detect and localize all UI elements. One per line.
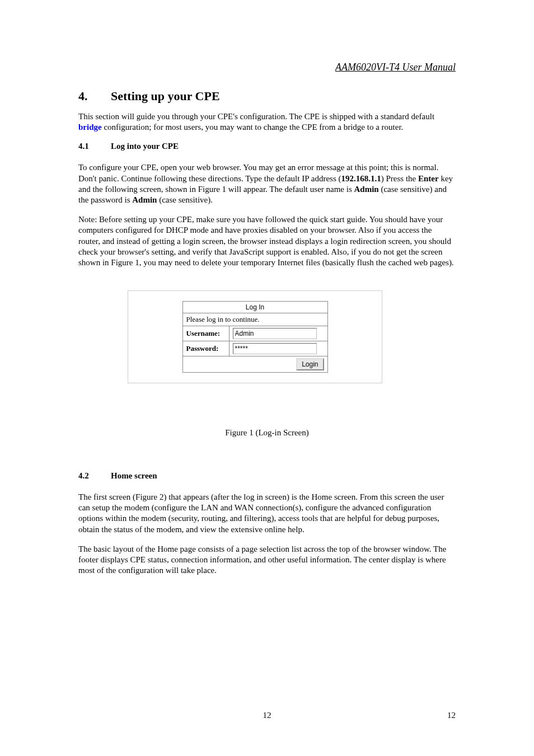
- username-input[interactable]: [233, 328, 317, 339]
- subsection-42-heading: 4.2Home screen: [78, 471, 456, 481]
- username-label: Username:: [182, 326, 229, 341]
- p1-admin2: Admin: [132, 195, 157, 204]
- password-label: Password:: [182, 341, 229, 356]
- page-number-right: 12: [447, 711, 456, 720]
- section-intro: This section will guide you through your…: [78, 111, 456, 133]
- p1-text-b: ) Press the: [381, 174, 418, 183]
- intro-text-2: configuration; for most users, you may w…: [102, 123, 404, 132]
- figure-1-container: Log In Please log in to continue. Userna…: [128, 290, 382, 383]
- p1-enter: Enter: [418, 174, 439, 183]
- sub41-paragraph-2: Note: Before setting up your CPE, make s…: [78, 214, 456, 268]
- figure-1-caption: Figure 1 (Log-in Screen): [78, 428, 456, 438]
- password-input[interactable]: [233, 343, 317, 354]
- p1-text-e: (case sensitive).: [157, 195, 213, 204]
- username-cell: [229, 326, 327, 341]
- p1-admin1: Admin: [354, 185, 379, 194]
- sub42-paragraph-1: The first screen (Figure 2) that appears…: [78, 492, 456, 535]
- login-button[interactable]: Login: [296, 358, 324, 370]
- login-box: Log In Please log in to continue. Userna…: [182, 301, 328, 373]
- sub41-paragraph-1: To configure your CPE, open your web bro…: [78, 162, 456, 205]
- subsection-42-title: Home screen: [111, 471, 157, 480]
- section-heading: 4.Setting up your CPE: [78, 89, 456, 104]
- password-cell: [229, 341, 327, 356]
- section-title: Setting up your CPE: [111, 89, 220, 103]
- subsection-41-title: Log into your CPE: [111, 142, 179, 151]
- sub42-paragraph-2: The basic layout of the Home page consis…: [78, 544, 456, 576]
- p1-ip: 192.168.1.1: [341, 174, 381, 183]
- login-box-title: Log In: [182, 302, 327, 313]
- doc-header-title: AAM6020VI-T4 User Manual: [78, 62, 456, 73]
- login-message: Please log in to continue.: [182, 313, 327, 326]
- subsection-41-number: 4.1: [78, 142, 111, 151]
- intro-text-1: This section will guide you through your…: [78, 112, 434, 121]
- intro-bridge-word: bridge: [78, 123, 102, 132]
- subsection-42-number: 4.2: [78, 471, 111, 481]
- subsection-41-heading: 4.1Log into your CPE: [78, 142, 456, 151]
- section-number: 4.: [78, 89, 111, 104]
